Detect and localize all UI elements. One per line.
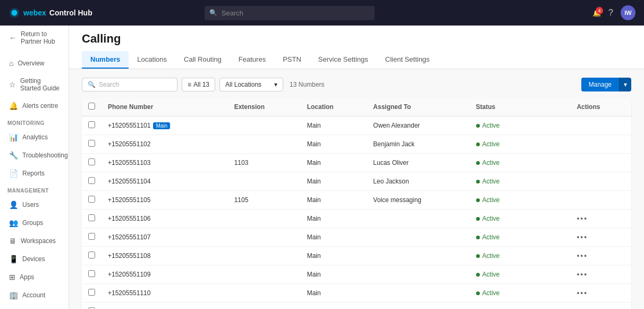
- tab-call-routing[interactable]: Call Routing: [175, 51, 230, 69]
- status-text: Active: [482, 159, 500, 166]
- col-header-status: Status: [470, 98, 571, 116]
- sidebar-item-getting-started[interactable]: ☆ Getting Started Guide: [0, 72, 69, 97]
- tab-service-settings[interactable]: Service Settings: [310, 51, 377, 69]
- row-checkbox[interactable]: [88, 140, 95, 147]
- select-all-checkbox[interactable]: [88, 103, 95, 110]
- filter-icon: ≡: [188, 81, 191, 88]
- cell-status: Active: [470, 210, 571, 228]
- cell-status: Active: [470, 172, 571, 191]
- cell-phone: +15205551106: [101, 210, 228, 228]
- status-dot: [476, 236, 480, 239]
- manage-button-group: Manage ▾: [581, 78, 631, 91]
- row-checkbox[interactable]: [88, 270, 95, 277]
- tab-pstn[interactable]: PSTN: [274, 51, 310, 69]
- sidebar-item-alerts[interactable]: 🔔 Alerts centre: [0, 97, 69, 115]
- row-checkbox-cell: [82, 210, 101, 228]
- cell-extension: [228, 135, 301, 154]
- webex-logo-icon: [9, 7, 20, 19]
- table-row: +15205551102MainBenjamin JackActive: [82, 135, 631, 154]
- cell-status: Active: [470, 154, 571, 172]
- status-dot: [476, 124, 480, 128]
- status-text: Active: [482, 289, 500, 297]
- row-checkbox[interactable]: [88, 158, 95, 165]
- cell-status: Active: [470, 191, 571, 210]
- cell-actions: [570, 303, 631, 310]
- table-row: +15205551106MainActive•••: [82, 210, 631, 228]
- alert-icon: 🔔: [9, 102, 18, 110]
- sidebar-item-users[interactable]: 👤 Users: [0, 196, 69, 214]
- row-checkbox-cell: [82, 265, 101, 284]
- cell-status: Active: [470, 265, 571, 284]
- svg-point-1: [12, 10, 18, 16]
- cell-phone: +15205551103: [101, 154, 228, 172]
- row-actions-menu-icon[interactable]: •••: [577, 289, 588, 297]
- tab-locations[interactable]: Locations: [129, 51, 175, 69]
- row-checkbox[interactable]: [88, 177, 95, 184]
- sidebar-item-return[interactable]: ← Return to Partner Hub: [0, 26, 69, 50]
- global-search-input[interactable]: [205, 6, 375, 20]
- cell-actions: [570, 191, 631, 210]
- sidebar-item-analytics[interactable]: 📊 Analytics: [0, 128, 69, 146]
- logo-webex-text: webex: [23, 9, 46, 17]
- cell-assigned-to: Leo Jackson: [367, 172, 469, 191]
- sidebar-item-settings[interactable]: ⚙ Settings: [0, 304, 69, 309]
- cell-location: Main: [301, 303, 367, 310]
- sidebar-item-account[interactable]: 🏢 Account: [0, 286, 69, 304]
- table-row: +15205551107MainActive•••: [82, 228, 631, 247]
- user-avatar[interactable]: IW: [621, 5, 635, 20]
- sidebar-item-workspaces[interactable]: 🖥 Workspaces: [0, 232, 69, 250]
- sidebar-item-troubleshooting[interactable]: 🔧 Troubleshooting: [0, 146, 69, 164]
- row-checkbox-cell: [82, 303, 101, 310]
- sidebar-item-overview[interactable]: ⌂ Overview: [0, 54, 69, 72]
- sidebar-item-label: Getting Started Guide: [20, 77, 61, 92]
- search-icon: 🔍: [88, 81, 96, 88]
- sidebar-item-devices[interactable]: 📱 Devices: [0, 250, 69, 268]
- cell-actions: •••: [570, 247, 631, 265]
- cell-extension: [228, 265, 301, 284]
- sidebar-item-reports[interactable]: 📄 Reports: [0, 164, 69, 182]
- sidebar-section-monitoring: MONITORING: [0, 115, 69, 128]
- tabs-bar: Numbers Locations Call Routing Features …: [82, 51, 631, 69]
- notifications-bell[interactable]: 🔔 4: [592, 9, 601, 17]
- row-actions-menu-icon[interactable]: •••: [577, 252, 588, 260]
- cell-extension: [228, 247, 301, 265]
- tab-client-settings[interactable]: Client Settings: [377, 51, 438, 69]
- help-icon[interactable]: ?: [608, 8, 613, 18]
- row-checkbox[interactable]: [88, 233, 95, 240]
- row-checkbox[interactable]: [88, 121, 95, 128]
- row-checkbox[interactable]: [88, 289, 95, 296]
- table-search-box: 🔍: [82, 78, 177, 91]
- filter-button[interactable]: ≡ All 13: [182, 78, 215, 91]
- table-search-input[interactable]: [99, 81, 172, 88]
- page-header: Calling Numbers Locations Call Routing F…: [69, 26, 644, 69]
- row-actions-menu-icon[interactable]: •••: [577, 233, 588, 241]
- table-row: +15205551101MainMainOwen AlexanderActive: [82, 116, 631, 135]
- row-actions-menu-icon[interactable]: •••: [577, 214, 588, 223]
- manage-dropdown-button[interactable]: ▾: [619, 78, 631, 91]
- row-checkbox[interactable]: [88, 196, 95, 203]
- sidebar-item-apps[interactable]: ⊞ Apps: [0, 268, 69, 286]
- cell-extension: [228, 228, 301, 247]
- cell-assigned-to: [367, 265, 469, 284]
- row-checkbox-cell: [82, 284, 101, 303]
- location-select[interactable]: All Locations ▾: [219, 78, 283, 91]
- cell-location: Main: [301, 228, 367, 247]
- tab-numbers[interactable]: Numbers: [82, 51, 129, 69]
- row-checkbox[interactable]: [88, 252, 95, 258]
- chevron-down-icon: ▾: [624, 81, 627, 88]
- table-row: +152055511051105MainVoice messagingActiv…: [82, 191, 631, 210]
- row-checkbox-cell: [82, 191, 101, 210]
- manage-main-button[interactable]: Manage: [581, 78, 619, 91]
- row-actions-menu-icon[interactable]: •••: [577, 270, 588, 279]
- workspaces-icon: 🖥: [9, 237, 16, 245]
- row-checkbox[interactable]: [88, 214, 95, 221]
- sidebar-item-label: Reports: [22, 170, 45, 177]
- cell-location: Main: [301, 154, 367, 172]
- tab-features[interactable]: Features: [230, 51, 274, 69]
- sidebar-item-groups[interactable]: 👥 Groups: [0, 214, 69, 232]
- cell-actions: [570, 116, 631, 135]
- status-text: Active: [482, 140, 500, 148]
- cell-extension: [228, 172, 301, 191]
- cell-status: Active: [470, 116, 571, 135]
- numbers-table: Phone Number Extension Location Assigned…: [82, 98, 631, 309]
